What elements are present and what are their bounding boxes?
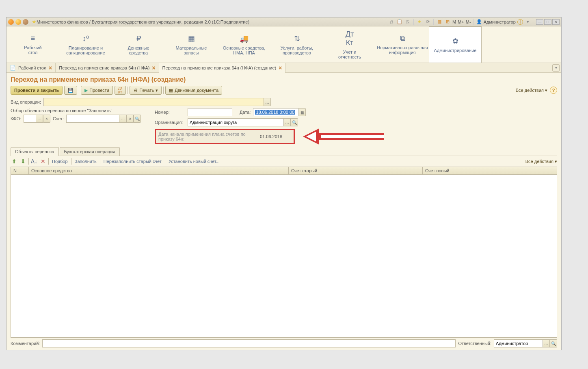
tab-transition-64n-create[interactable]: Переход на применение приказа 64н (НФА) … bbox=[159, 63, 286, 73]
gear-icon: ✿ bbox=[452, 37, 458, 46]
subtab-accounting[interactable]: Бухгалтерская операция bbox=[60, 147, 120, 156]
printer-icon: 🖨 bbox=[133, 88, 138, 93]
star-icon[interactable]: ★ bbox=[416, 19, 423, 25]
close-button[interactable]: ✕ bbox=[552, 19, 560, 25]
document-content: Переход на применение приказа 64н (НФА) … bbox=[6, 73, 561, 341]
calendar-button[interactable]: ▦ bbox=[298, 108, 306, 116]
nav-fwd-icon[interactable] bbox=[23, 19, 28, 25]
col-n[interactable]: N bbox=[11, 167, 29, 174]
accounting-icon: ДтКт bbox=[346, 30, 354, 47]
calc-icon[interactable]: ▦ bbox=[436, 19, 443, 25]
move-down-icon[interactable]: ⬇ bbox=[19, 158, 27, 165]
print-icon[interactable]: ⎙ bbox=[388, 19, 395, 25]
table-toolbar: ⬆ ⬇ A↓ ✕ Подбор Заполнить Перезаполнить … bbox=[11, 156, 557, 167]
col-new-account[interactable]: Счет новый bbox=[423, 167, 557, 174]
tab-transition-64n[interactable]: Переход на применение приказа 64н (НФА) … bbox=[56, 63, 159, 73]
number-label: Номер: bbox=[155, 110, 185, 115]
system-menu-icon[interactable] bbox=[8, 19, 14, 25]
tab-desktop[interactable]: 📄 Рабочий стол × bbox=[6, 63, 56, 73]
table-body[interactable] bbox=[11, 175, 557, 337]
date-input[interactable]: 18.06.2018 0:00:00 bbox=[253, 108, 298, 116]
tab-close-icon[interactable]: × bbox=[49, 65, 52, 71]
select-button[interactable]: … bbox=[264, 98, 271, 106]
select-button[interactable]: … bbox=[283, 118, 291, 126]
post-and-close-button[interactable]: Провести и закрыть bbox=[11, 86, 63, 95]
link-icon[interactable]: ⎘ bbox=[404, 19, 411, 25]
dropdown-icon[interactable]: ▾ bbox=[525, 19, 531, 25]
info-icon[interactable]: i bbox=[517, 19, 523, 25]
minimize-button[interactable]: — bbox=[536, 19, 543, 25]
print-button[interactable]: 🖨Печать▾ bbox=[130, 86, 162, 95]
navitem-accounting[interactable]: ДтКт Учет и отчетность bbox=[323, 26, 376, 63]
col-main-asset[interactable]: Основное средство bbox=[29, 167, 289, 174]
pick-button[interactable]: Подбор bbox=[50, 158, 69, 165]
all-actions-button[interactable]: Все действия ▾ bbox=[516, 88, 547, 93]
col-old-account[interactable]: Счет старый bbox=[289, 167, 423, 174]
account-input[interactable] bbox=[66, 115, 119, 123]
account-label: Счет: bbox=[53, 116, 64, 121]
post-icon: ▶ bbox=[84, 88, 88, 93]
clipboard-icon[interactable]: 📋 bbox=[396, 19, 403, 25]
fill-button[interactable]: Заполнить bbox=[73, 158, 98, 165]
favorite-star-icon[interactable]: ★ bbox=[32, 19, 37, 25]
tab-close-icon[interactable]: × bbox=[279, 65, 282, 71]
history-icon[interactable]: ⟳ bbox=[424, 19, 431, 25]
navitem-reference[interactable]: ⧉ Нормативно-справочная информация bbox=[376, 26, 429, 63]
planning-icon: ↕⁰ bbox=[82, 34, 89, 43]
dtkt-button[interactable]: ДтКт bbox=[115, 86, 126, 95]
navitem-assets[interactable]: 🚚 Основные средства, НМА, НПА bbox=[218, 26, 270, 63]
clear-button[interactable]: × bbox=[126, 115, 134, 123]
select-button[interactable]: … bbox=[119, 115, 126, 123]
kfo-input[interactable] bbox=[24, 115, 36, 123]
org-input[interactable] bbox=[188, 118, 283, 126]
tab-bar: 📄 Рабочий стол × Переход на применение п… bbox=[6, 63, 561, 73]
navitem-cash[interactable]: ₽ Денежные средства bbox=[112, 26, 165, 63]
move-up-icon[interactable]: ⬆ bbox=[11, 158, 18, 165]
responsible-input[interactable] bbox=[494, 339, 543, 347]
table-all-actions-button[interactable]: Все действия ▾ bbox=[525, 159, 557, 164]
navitem-desktop[interactable]: ≡ Рабочий стол bbox=[6, 26, 59, 63]
tab-overflow-button[interactable]: ▾ bbox=[552, 64, 560, 72]
post-button[interactable]: ▶Провести bbox=[81, 86, 113, 95]
search-button[interactable]: 🔍 bbox=[134, 115, 141, 123]
operation-type-input[interactable] bbox=[43, 98, 264, 106]
m-label[interactable]: M bbox=[452, 20, 456, 24]
select-button[interactable]: … bbox=[543, 339, 550, 347]
search-button[interactable]: 🔍 bbox=[550, 339, 557, 347]
menu-icon: ≡ bbox=[31, 34, 35, 43]
clear-button[interactable]: × bbox=[43, 115, 50, 123]
help-icon[interactable]: ? bbox=[550, 87, 557, 94]
sort-asc-icon[interactable]: A↓ bbox=[30, 158, 38, 165]
refill-button[interactable]: Перезаполнить старый счет bbox=[102, 158, 163, 165]
m-plus-label[interactable]: M+ bbox=[458, 20, 464, 24]
app-window: ★ Министерство финансов / Бухгалтерия го… bbox=[6, 17, 562, 350]
subtab-objects[interactable]: Объекты переноса bbox=[11, 147, 59, 156]
truck-icon: 🚚 bbox=[240, 34, 249, 43]
document-toolbar: Провести и закрыть 💾 ▶Провести ДтКт 🖨Печ… bbox=[11, 86, 557, 95]
save-button[interactable]: 💾 bbox=[64, 86, 77, 95]
delete-icon[interactable]: ✕ bbox=[39, 158, 47, 165]
responsible-label: Ответственный: bbox=[458, 341, 491, 346]
comment-input[interactable] bbox=[42, 339, 456, 347]
dtkt-icon: ДтКт bbox=[118, 86, 122, 94]
set-new-button[interactable]: Установить новый счет... bbox=[167, 158, 221, 165]
navitem-inventory[interactable]: ▦ Материальные запасы bbox=[165, 26, 218, 63]
search-button[interactable]: 🔍 bbox=[291, 118, 298, 126]
date-label: Дата: bbox=[240, 110, 251, 115]
m-minus-label[interactable]: M- bbox=[466, 20, 471, 24]
table-icon: ▦ bbox=[169, 88, 173, 93]
movements-button[interactable]: ▦Движения документа bbox=[165, 86, 222, 95]
navitem-services[interactable]: ⇅ Услуги, работы, производство bbox=[270, 26, 323, 63]
plan-date-value: 01.06.2018 bbox=[260, 134, 282, 139]
save-icon: 💾 bbox=[68, 88, 74, 93]
calendar-icon[interactable]: ⊞ bbox=[444, 19, 451, 25]
navitem-admin[interactable]: ✿ Администрирование bbox=[429, 26, 482, 63]
number-input[interactable] bbox=[188, 108, 232, 116]
main-navigation: ≡ Рабочий стол ↕⁰ Планирование и санкцио… bbox=[6, 26, 561, 63]
maximize-button[interactable]: □ bbox=[544, 19, 551, 25]
select-button[interactable]: … bbox=[36, 115, 43, 123]
navitem-planning[interactable]: ↕⁰ Планирование и санкционирование bbox=[59, 26, 112, 63]
tab-close-icon[interactable]: × bbox=[152, 65, 155, 71]
desktop-tab-icon: 📄 bbox=[10, 65, 16, 71]
nav-back-icon[interactable] bbox=[15, 19, 21, 25]
